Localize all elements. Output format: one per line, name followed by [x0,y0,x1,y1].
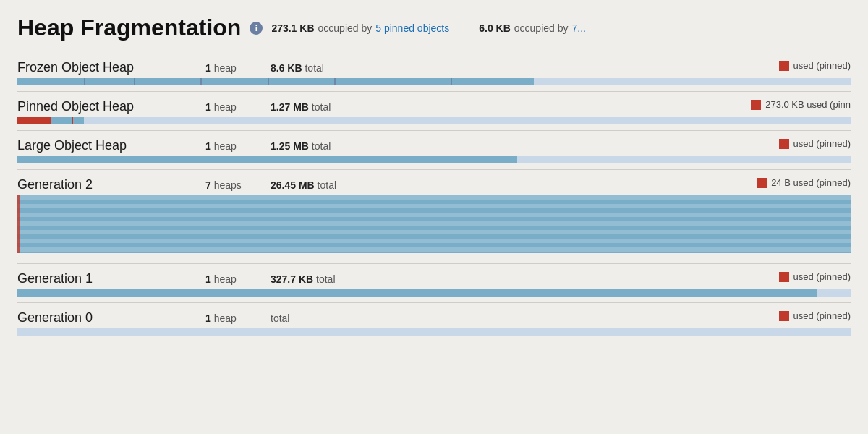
bar-fill [17,78,534,85]
size-label: total [271,312,289,324]
count-num: 1 [205,312,211,324]
heap-size: 8.6 KB total [271,53,386,78]
size-label: total [318,179,336,191]
heap-bar-row [17,289,851,303]
bar-pin-marker [200,78,202,85]
heap-name: Pinned Object Heap [17,92,205,118]
table-row: Generation 27 heaps26.45 MB total24 B us… [17,170,851,196]
heap-size: 1.25 MB total [271,131,386,157]
bar-pin-marker [84,78,85,85]
table-row: Generation 11 heap327.7 KB totalused (pi… [17,264,851,290]
bar-pin-marker [268,78,269,85]
heap-bar-row [17,195,851,264]
spacer-cell [386,170,692,196]
heap-bar-cell [17,328,851,341]
legend-color-box [779,311,789,321]
heap-table: Frozen Object Heap1 heap8.6 KB totalused… [17,53,851,341]
legend-text: used (pinned) [793,310,851,321]
legend-color-box [779,272,789,282]
size-label: total [316,273,335,285]
heap-bar-row [17,78,851,92]
heap-bar-row [17,328,851,341]
stat1-label: occupied by [318,22,373,34]
size-num: 8.6 KB [271,62,302,74]
stat1-size: 273.1 KB [271,22,314,34]
bar-fill [17,289,817,297]
heap-bar-cell [17,195,851,264]
pinned-objects-link[interactable]: 5 pinned objects [375,22,449,34]
bar-pin-marker [334,78,336,85]
page-title: Heap Fragmentation [17,14,241,41]
legend-text: used (pinned) [793,138,851,149]
heap-count: 1 heap [205,92,271,118]
heap-size: 1.27 MB total [271,92,386,118]
heap-name: Generation 2 [17,170,205,196]
legend-color-box [779,139,789,149]
heap-legend: 273.0 KB used (pinn [692,92,851,113]
header-separator [464,21,464,35]
legend-color-box [779,61,789,71]
size-num: 327.7 KB [271,273,313,285]
bar-fill [17,156,517,163]
gen2-stripe [17,195,851,200]
bar-container [17,289,851,297]
heap-size: total [271,303,386,329]
stat2-size: 6.0 KB [479,22,511,34]
count-num: 7 [205,179,211,191]
heap-size: 26.45 MB total [271,170,386,196]
size-num: 1.25 MB [271,140,309,152]
stat2-link[interactable]: 7... [572,22,586,34]
page-header: Heap Fragmentation i 273.1 KB occupied b… [17,14,851,41]
info-icon[interactable]: i [250,22,263,35]
gen2-stripe [17,221,851,226]
count-label: heap [214,140,237,152]
gen2-stripe [17,213,851,217]
size-num: 1.27 MB [271,101,309,113]
heap-name: Generation 0 [17,303,205,329]
heap-name: Large Object Heap [17,131,205,157]
count-label: heap [214,62,237,74]
count-label: heaps [214,179,242,191]
heap-legend: 24 B used (pinned) [692,170,851,191]
gen2-stripe [17,239,851,243]
spacer-cell [386,264,692,290]
bar-pin-marker [451,78,452,85]
count-num: 1 [205,140,211,152]
count-num: 1 [205,62,211,74]
heap-legend: used (pinned) [692,53,851,74]
legend-color-box [751,100,761,110]
heap-name: Generation 1 [17,264,205,290]
gen2-stripe [17,204,851,208]
bar-pin-marker [134,78,135,85]
legend-text: used (pinned) [793,60,851,71]
bar-tick [72,117,73,124]
count-label: heap [214,312,237,324]
header-stat-2: 6.0 KB occupied by 7... [479,22,586,34]
spacer-cell [386,303,692,329]
bar-container [17,117,851,124]
stat2-label: occupied by [514,22,569,34]
heap-count: 1 heap [205,303,271,329]
bar-container [17,156,851,163]
spacer-cell [386,131,692,157]
table-row: Frozen Object Heap1 heap8.6 KB totalused… [17,53,851,78]
legend-text: 24 B used (pinned) [771,177,851,188]
gen2-bar-block [17,195,851,253]
page: Heap Fragmentation i 273.1 KB occupied b… [0,0,868,434]
legend-text: 273.0 KB used (pinn [765,99,851,110]
spacer-cell [386,92,692,118]
heap-legend: used (pinned) [692,264,851,285]
heap-name: Frozen Object Heap [17,53,205,78]
legend-text: used (pinned) [793,271,851,282]
bar-container [17,78,851,85]
bar-container-empty [17,328,851,336]
spacer-cell [386,53,692,78]
header-stat-1: 273.1 KB occupied by 5 pinned objects [271,22,449,34]
heap-count: 1 heap [205,53,271,78]
table-row: Pinned Object Heap1 heap1.27 MB total273… [17,92,851,118]
heap-count: 1 heap [205,131,271,157]
heap-bar-cell [17,78,851,92]
size-num: 26.45 MB [271,179,315,191]
heap-bar-cell [17,156,851,170]
heap-bar-cell [17,117,851,131]
